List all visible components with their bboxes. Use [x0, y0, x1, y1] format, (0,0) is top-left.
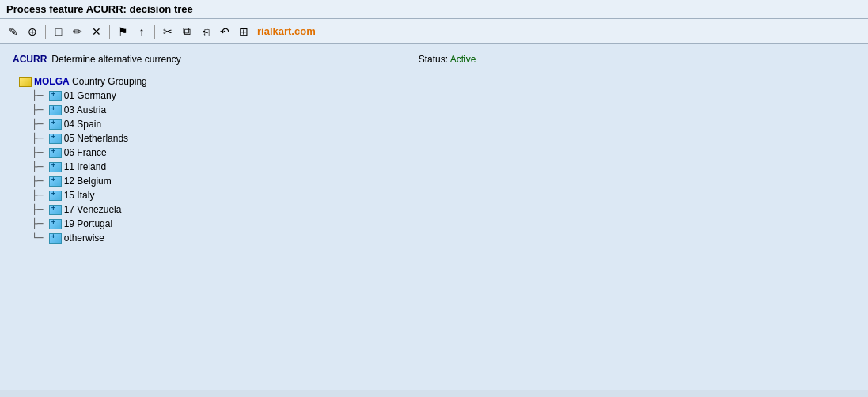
bookmark-btn[interactable]: ⊞	[235, 23, 252, 40]
feature-info: ACURR Determine alternative currency Sta…	[13, 54, 855, 65]
feature-code: ACURR	[13, 54, 47, 65]
paste-btn[interactable]: ⎗	[197, 23, 214, 40]
list-item[interactable]: ├─ 06 France	[32, 146, 855, 160]
node-ireland-text: 11 Ireland	[64, 161, 106, 172]
node-text: otherwise	[64, 233, 104, 244]
title-bar: Process feature ACURR: decision tree	[0, 0, 868, 19]
copy-btn[interactable]: ⧉	[178, 23, 195, 40]
list-item[interactable]: ├─ 19 Portugal	[32, 217, 855, 231]
list-item[interactable]: ├─ 04 Spain	[32, 117, 855, 131]
tree-prefix: ├─	[32, 147, 49, 158]
list-item[interactable]: ├─ 03 Austria	[32, 103, 855, 117]
node-text: 01 Germany	[64, 90, 116, 101]
edit-btn[interactable]: ✎	[5, 23, 22, 40]
up-btn[interactable]: ↑	[133, 23, 150, 40]
tree-container: MOLGA Country Grouping ├─ 01 Germany ├─ …	[13, 74, 855, 245]
sep3	[154, 25, 155, 39]
list-item[interactable]: ├─ 01 Germany	[32, 89, 855, 103]
node-text: 04 Spain	[64, 119, 101, 130]
node-icon	[49, 162, 62, 172]
list-item[interactable]: ├─ 15 Italy	[32, 188, 855, 202]
node-icon	[49, 91, 62, 101]
tree-prefix: ├─	[32, 176, 49, 187]
sep2	[109, 25, 110, 39]
status-value: Active	[450, 54, 476, 65]
node-text: 03 Austria	[64, 104, 106, 115]
cut-btn[interactable]: ✂	[159, 23, 176, 40]
flag-btn[interactable]: ⚑	[114, 23, 131, 40]
tree-children: ├─ 01 Germany ├─ 03 Austria ├─ 04 Spain …	[32, 89, 855, 245]
tree-prefix: ├─	[32, 161, 49, 172]
node-text: 17 Venezuela	[64, 204, 122, 215]
list-item[interactable]: ├─ 11 Ireland	[32, 160, 855, 174]
watermark: rialkart.com	[257, 25, 316, 37]
node-icon	[49, 105, 62, 115]
node-text: 06 France	[64, 147, 107, 158]
tree-prefix: ├─	[32, 190, 49, 201]
tree-prefix: ├─	[32, 104, 49, 115]
tree-prefix: ├─	[32, 204, 49, 215]
delete-btn[interactable]: ✕	[88, 23, 105, 40]
search-btn[interactable]: ⊕	[24, 23, 41, 40]
new-btn[interactable]: □	[50, 23, 67, 40]
sep1	[45, 25, 46, 39]
status-section: Status: Active	[419, 54, 476, 65]
root-label: MOLGA	[34, 76, 70, 87]
node-icon	[49, 191, 62, 201]
list-item[interactable]: ├─ 12 Belgium	[32, 174, 855, 188]
node-icon	[49, 119, 62, 130]
main-content: ACURR Determine alternative currency Sta…	[0, 44, 868, 390]
window-title: Process feature ACURR: decision tree	[6, 3, 193, 15]
node-icon	[49, 233, 62, 244]
change-btn[interactable]: ✏	[69, 23, 86, 40]
feature-description: Determine alternative currency	[51, 54, 180, 65]
node-text: 05 Netherlands	[64, 133, 128, 144]
tree-prefix: ├─	[32, 218, 49, 229]
node-text: 15 Italy	[64, 190, 95, 201]
root-folder-icon	[19, 77, 32, 87]
toolbar: ✎ ⊕ □ ✏ ✕ ⚑ ↑ ✂ ⧉ ⎗ ↶ ⊞ rialkart.com	[0, 19, 868, 44]
tree-prefix: └─	[32, 233, 49, 244]
tree-prefix: ├─	[32, 90, 49, 101]
tree-row-root[interactable]: MOLGA Country Grouping	[19, 74, 855, 89]
node-icon	[49, 219, 62, 229]
status-label: Status:	[419, 54, 448, 65]
undo-btn[interactable]: ↶	[216, 23, 233, 40]
node-icon	[49, 148, 62, 158]
list-item[interactable]: └─ otherwise	[32, 231, 855, 245]
list-item[interactable]: ├─ 17 Venezuela	[32, 202, 855, 217]
list-item[interactable]: ├─ 05 Netherlands	[32, 131, 855, 146]
node-text: 12 Belgium	[64, 176, 112, 187]
node-icon	[49, 134, 62, 144]
tree-prefix: ├─	[32, 133, 49, 144]
tree-prefix: ├─	[32, 119, 49, 130]
node-icon	[49, 205, 62, 215]
root-desc: Country Grouping	[70, 76, 147, 87]
node-text: 19 Portugal	[64, 218, 112, 229]
node-icon	[49, 176, 62, 187]
